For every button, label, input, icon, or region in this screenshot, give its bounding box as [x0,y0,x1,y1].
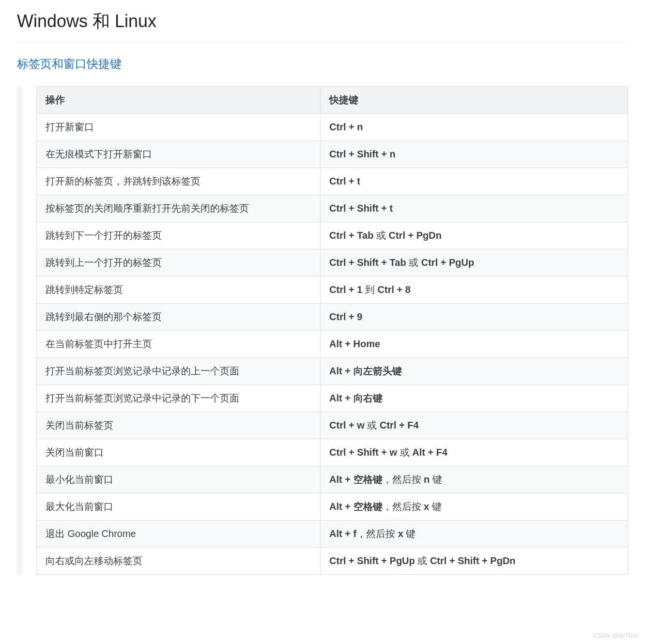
shortcut-key: Ctrl + Shift + PgUp [329,555,415,566]
shortcut-cell: Ctrl + w 或 Ctrl + F4 [321,412,628,439]
shortcut-key: Alt + 向左箭头键 [329,366,401,376]
shortcut-cell: Alt + 向左箭头键 [321,358,628,385]
page-title: Windows 和 Linux [17,10,628,43]
action-cell: 向右或向左移动标签页 [37,548,321,575]
action-cell: 打开当前标签页浏览记录中记录的上一个页面 [37,358,321,385]
action-cell: 跳转到最右侧的那个标签页 [37,304,321,331]
shortcut-cell: Ctrl + Tab 或 Ctrl + PgDn [321,222,628,249]
table-row: 跳转到下一个打开的标签页Ctrl + Tab 或 Ctrl + PgDn [37,222,628,249]
action-cell: 关闭当前标签页 [37,412,321,439]
shortcut-text: 键 [430,474,442,485]
shortcut-text: 键 [403,528,416,539]
shortcut-table-container: 操作 快捷键 打开新窗口Ctrl + n在无痕模式下打开新窗口Ctrl + Sh… [17,86,628,575]
action-cell: 跳转到下一个打开的标签页 [37,222,321,249]
col-header-shortcut: 快捷键 [321,87,628,114]
shortcut-key: Alt + Home [329,338,380,349]
shortcut-key: Ctrl + F4 [380,420,419,430]
table-header-row: 操作 快捷键 [37,87,628,114]
shortcut-cell: Ctrl + 1 到 Ctrl + 8 [321,276,628,304]
shortcut-text: 或 [397,447,412,458]
shortcut-text: 或 [406,257,421,268]
action-cell: 打开当前标签页浏览记录中记录的下一个页面 [37,385,321,412]
action-cell: 按标签页的关闭顺序重新打开先前关闭的标签页 [37,195,321,222]
shortcut-key: Ctrl + PgDn [389,230,442,241]
action-cell: 退出 Google Chrome [37,521,321,548]
table-row: 打开当前标签页浏览记录中记录的下一个页面Alt + 向右键 [37,385,628,412]
shortcut-cell: Ctrl + Shift + n [321,141,628,168]
table-row: 跳转到特定标签页Ctrl + 1 到 Ctrl + 8 [37,276,628,304]
table-row: 打开新窗口Ctrl + n [37,114,628,141]
action-cell: 打开新窗口 [37,114,321,141]
shortcut-cell: Ctrl + Shift + PgUp 或 Ctrl + Shift + PgD… [321,548,628,575]
shortcut-key: Ctrl + Shift + t [329,203,393,214]
col-header-action: 操作 [37,87,321,114]
action-cell: 最大化当前窗口 [37,493,321,521]
shortcut-key: Alt + 向右键 [329,393,382,403]
table-row: 关闭当前窗口Ctrl + Shift + w 或 Alt + F4 [37,439,628,466]
shortcut-cell: Ctrl + Shift + Tab 或 Ctrl + PgUp [321,249,628,276]
table-row: 最大化当前窗口Alt + 空格键，然后按 x 键 [37,493,628,521]
action-cell: 在无痕模式下打开新窗口 [37,141,321,168]
action-cell: 跳转到特定标签页 [37,276,321,304]
shortcut-cell: Ctrl + 9 [321,304,628,331]
shortcut-key: Ctrl + Shift + PgDn [430,555,516,566]
table-row: 跳转到最右侧的那个标签页Ctrl + 9 [37,304,628,331]
action-cell: 打开新的标签页，并跳转到该标签页 [37,168,321,195]
shortcut-cell: Ctrl + t [321,168,628,195]
shortcut-key: Ctrl + w [329,420,365,430]
shortcut-cell: Alt + 空格键，然后按 n 键 [321,466,628,493]
shortcut-key: Ctrl + Shift + n [329,149,396,159]
shortcut-cell: Alt + 向右键 [321,385,628,412]
table-row: 关闭当前标签页Ctrl + w 或 Ctrl + F4 [37,412,628,439]
shortcut-key: Alt + 空格键 [329,501,382,512]
section-link-tabs-windows[interactable]: 标签页和窗口快捷键 [17,56,122,72]
shortcut-key: Alt + f [329,528,356,539]
shortcut-key: Ctrl + 9 [329,311,362,322]
shortcut-text: ，然后按 [383,501,424,512]
shortcut-key: Ctrl + PgUp [421,257,474,268]
shortcut-cell: Alt + Home [321,331,628,358]
shortcut-key: Ctrl + n [329,122,363,132]
shortcut-key: Ctrl + Shift + w [329,447,397,458]
shortcut-cell: Ctrl + Shift + t [321,195,628,222]
shortcut-key: Ctrl + Tab [329,230,373,241]
table-row: 跳转到上一个打开的标签页Ctrl + Shift + Tab 或 Ctrl + … [37,249,628,276]
table-row: 最小化当前窗口Alt + 空格键，然后按 n 键 [37,466,628,493]
shortcut-key: Ctrl + t [329,176,360,186]
shortcut-text: 或 [415,555,430,566]
table-row: 打开当前标签页浏览记录中记录的上一个页面Alt + 向左箭头键 [37,358,628,385]
shortcut-key: Ctrl + Shift + Tab [329,257,406,268]
shortcut-text: ，然后按 [356,528,398,539]
shortcut-key: x [398,528,403,539]
shortcut-key: Alt + F4 [412,447,447,458]
shortcut-cell: Ctrl + n [321,114,628,141]
table-row: 打开新的标签页，并跳转到该标签页Ctrl + t [37,168,628,195]
shortcut-key: Ctrl + 1 [329,284,362,295]
action-cell: 跳转到上一个打开的标签页 [37,249,321,276]
shortcut-text: 键 [429,501,442,512]
table-row: 在当前标签页中打开主页Alt + Home [37,331,628,358]
shortcut-key: x [424,501,429,512]
shortcut-cell: Ctrl + Shift + w 或 Alt + F4 [321,439,628,466]
shortcut-cell: Alt + f，然后按 x 键 [321,521,628,548]
table-row: 向右或向左移动标签页Ctrl + Shift + PgUp 或 Ctrl + S… [37,548,628,575]
shortcut-text: 或 [373,230,388,241]
shortcut-text: ，然后按 [383,474,424,485]
action-cell: 关闭当前窗口 [37,439,321,466]
shortcut-key: Ctrl + 8 [378,284,411,295]
table-row: 按标签页的关闭顺序重新打开先前关闭的标签页Ctrl + Shift + t [37,195,628,222]
table-row: 在无痕模式下打开新窗口Ctrl + Shift + n [37,141,628,168]
shortcut-key: n [424,474,430,485]
action-cell: 在当前标签页中打开主页 [37,331,321,358]
shortcut-cell: Alt + 空格键，然后按 x 键 [321,493,628,521]
table-row: 退出 Google ChromeAlt + f，然后按 x 键 [37,521,628,548]
shortcut-text: 或 [365,420,380,430]
shortcut-table: 操作 快捷键 打开新窗口Ctrl + n在无痕模式下打开新窗口Ctrl + Sh… [36,86,628,575]
shortcut-key: Alt + 空格键 [329,474,382,485]
shortcut-text: 到 [362,284,377,295]
action-cell: 最小化当前窗口 [37,466,321,493]
